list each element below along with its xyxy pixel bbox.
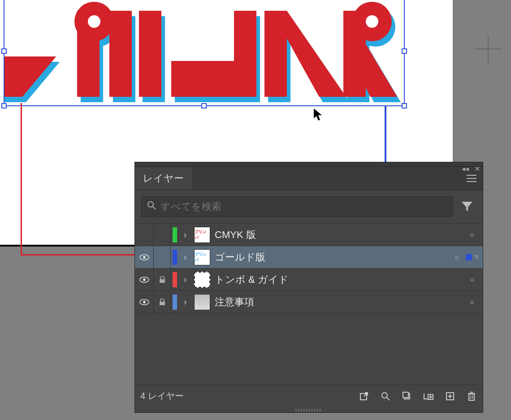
layer-row-gold[interactable]: › プリンパ ゴールド版 ○ — [135, 246, 483, 268]
collect-icon[interactable] — [401, 390, 413, 402]
svg-rect-17 — [139, 11, 161, 97]
svg-rect-28 — [467, 178, 476, 179]
cursor-icon — [314, 108, 325, 124]
panel-footer: 4 レイヤー — [135, 385, 483, 407]
svg-rect-45 — [403, 392, 408, 398]
svg-rect-19 — [234, 11, 256, 97]
target-icon[interactable]: ○ — [466, 231, 478, 239]
svg-rect-25 — [343, 11, 366, 97]
layer-name-label[interactable]: ゴールド版 — [213, 251, 450, 264]
layer-color-swatch — [173, 227, 177, 242]
target-icon[interactable]: ○ — [450, 253, 463, 261]
layer-color-swatch — [173, 294, 177, 310]
target-icon[interactable]: ○ — [466, 298, 478, 306]
logo-graphic — [4, 0, 408, 108]
export-icon[interactable] — [358, 390, 370, 402]
layer-name-label[interactable]: 注意事項 — [213, 295, 466, 309]
layer-thumbnail: プリンパ — [194, 227, 210, 243]
disclosure-chevron-icon[interactable]: › — [179, 297, 191, 307]
disclosure-chevron-icon[interactable]: › — [179, 229, 191, 240]
target-icon[interactable]: ○ — [466, 276, 478, 284]
svg-point-15 — [88, 15, 100, 28]
selected-artwork[interactable] — [4, 0, 408, 108]
filter-button[interactable] — [458, 197, 476, 216]
svg-point-23 — [366, 15, 378, 28]
new-layer-icon[interactable] — [444, 390, 456, 402]
svg-marker-21 — [287, 11, 346, 97]
svg-line-31 — [153, 207, 156, 209]
new-sublayer-icon[interactable] — [423, 390, 434, 402]
svg-marker-26 — [314, 108, 322, 121]
panel-resize-grip[interactable] — [295, 409, 322, 411]
visibility-toggle[interactable] — [135, 246, 154, 268]
svg-line-43 — [387, 398, 390, 400]
layer-row-notes[interactable]: › 注意事項 ○ — [135, 291, 483, 313]
disclosure-chevron-icon[interactable]: › — [179, 252, 191, 262]
lock-toggle[interactable] — [154, 291, 171, 313]
layer-thumbnail — [194, 294, 210, 310]
layer-row-guides[interactable]: › トンボ & ガイド ○ — [135, 268, 483, 291]
svg-rect-37 — [160, 279, 165, 283]
layer-count-label: 4 レイヤー — [140, 390, 184, 402]
svg-rect-40 — [160, 302, 165, 305]
current-layer-flag — [474, 255, 478, 260]
layer-name-label[interactable]: トンボ & ガイド — [213, 273, 466, 286]
selection-indicator[interactable] — [466, 254, 472, 260]
svg-point-36 — [143, 278, 146, 281]
visibility-toggle[interactable] — [135, 291, 154, 313]
layer-thumbnail — [194, 272, 210, 288]
panel-close-icon[interactable]: ✕ — [474, 165, 480, 173]
layer-name-label[interactable]: CMYK 版 — [213, 228, 466, 242]
svg-rect-27 — [467, 175, 476, 176]
svg-point-30 — [148, 202, 153, 207]
panel-tab-bar: レイヤー — [135, 167, 483, 190]
layer-thumbnail: プリンパ — [194, 249, 210, 265]
panel-collapse-icon[interactable]: ◂◂ — [462, 165, 469, 173]
layer-list: › プリンパ CMYK 版 ○ › プリンパ ゴールド版 ○ — [135, 223, 483, 313]
lock-toggle[interactable] — [154, 246, 171, 268]
svg-marker-32 — [462, 202, 472, 212]
layer-row-cmyk[interactable]: › プリンパ CMYK 版 ○ — [135, 224, 483, 246]
lock-toggle[interactable] — [154, 224, 171, 246]
search-input[interactable] — [160, 201, 447, 212]
layer-color-swatch — [173, 250, 177, 265]
search-box[interactable] — [141, 196, 453, 217]
disclosure-chevron-icon[interactable]: › — [179, 274, 191, 285]
layers-panel: ◂◂ ✕ レイヤー › プリンパ CMYK 版 ○ — [134, 162, 483, 413]
svg-rect-29 — [467, 181, 476, 182]
panel-drag-bar[interactable] — [135, 162, 483, 167]
tab-layers[interactable]: レイヤー — [135, 167, 192, 190]
svg-rect-52 — [469, 394, 474, 400]
svg-rect-20 — [264, 11, 287, 97]
registration-mark — [475, 36, 502, 63]
visibility-toggle[interactable] — [135, 268, 154, 291]
svg-rect-16 — [109, 11, 132, 97]
svg-point-42 — [382, 393, 387, 398]
search-row — [135, 190, 483, 223]
visibility-toggle[interactable] — [135, 224, 154, 246]
lock-toggle[interactable] — [154, 268, 171, 291]
layer-color-swatch — [173, 272, 177, 287]
locate-icon[interactable] — [380, 390, 391, 402]
svg-point-34 — [143, 256, 146, 259]
search-icon — [147, 201, 156, 212]
delete-icon[interactable] — [466, 390, 477, 402]
svg-point-39 — [143, 301, 146, 303]
